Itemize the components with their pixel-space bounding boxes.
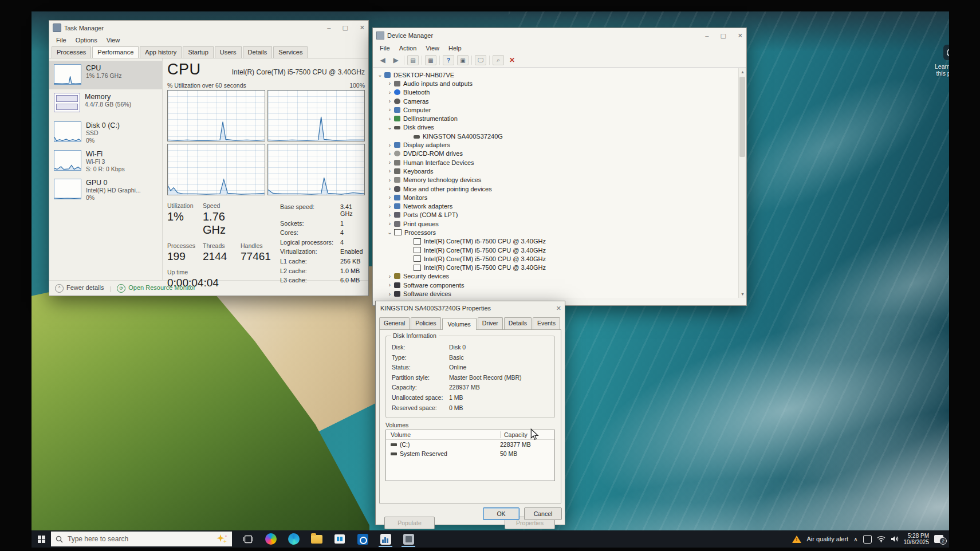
dialog-tab[interactable]: Volumes xyxy=(442,318,477,330)
scroll-up-icon[interactable]: ▲ xyxy=(739,68,746,76)
task-manager-titlebar[interactable]: Task Manager – ▢ ✕ xyxy=(49,21,368,35)
close-icon[interactable]: ✕ xyxy=(738,32,743,40)
minimize-icon[interactable]: – xyxy=(327,24,330,32)
close-icon[interactable]: ✕ xyxy=(556,305,561,312)
show-hidden-icons-chevron[interactable]: ∧ xyxy=(853,536,857,542)
back-icon[interactable]: ◀ xyxy=(377,56,388,65)
tree-chevron-icon[interactable]: › xyxy=(386,273,393,280)
copilot-button[interactable] xyxy=(259,530,282,548)
microsoft-store-button[interactable] xyxy=(328,530,351,548)
fewer-details-link[interactable]: ⌃Fewer details xyxy=(55,284,104,293)
sidebar-perf-item[interactable]: Wi-Fi Wi-Fi 3 S: 0 R: 0 Kbps xyxy=(49,147,162,175)
maximize-icon[interactable]: ▢ xyxy=(342,24,348,32)
learn-about-picture-widget[interactable]: Learn about this picture xyxy=(916,45,949,77)
sidebar-perf-item[interactable]: Memory 4.4/7.8 GB (56%) xyxy=(49,89,162,118)
populate-button[interactable]: Populate xyxy=(384,517,435,529)
tree-chevron-icon[interactable]: › xyxy=(386,177,393,183)
dialog-tab[interactable]: Details xyxy=(504,317,532,329)
device-tree-row[interactable]: Intel(R) Core(TM) i5-7500 CPU @ 3.40GHz xyxy=(373,246,746,254)
tree-chevron-icon[interactable]: › xyxy=(386,98,393,104)
update-driver-icon[interactable]: 🖵 xyxy=(475,55,486,65)
tree-chevron-icon[interactable]: ⌄ xyxy=(386,124,393,131)
menu-item[interactable]: File xyxy=(53,36,70,45)
close-icon[interactable]: ✕ xyxy=(360,24,365,32)
minimize-icon[interactable]: – xyxy=(705,32,709,40)
device-tree-row[interactable]: › Ports (COM & LPT) xyxy=(373,211,746,219)
scan-hardware-changes-icon[interactable]: ⌕ xyxy=(493,55,504,65)
device-tree-row[interactable]: › Audio inputs and outputs xyxy=(373,79,746,88)
tab[interactable]: Processes xyxy=(52,46,91,58)
tree-chevron-icon[interactable]: › xyxy=(386,221,393,227)
console-tree-icon[interactable]: ▤ xyxy=(407,55,419,65)
tree-chevron-icon[interactable]: › xyxy=(386,291,393,297)
dialog-tab[interactable]: General xyxy=(379,317,410,329)
task-view-button[interactable] xyxy=(237,530,259,548)
device-tree-row[interactable]: ⌄ Disk drives xyxy=(373,123,746,132)
scrollbar-thumb[interactable] xyxy=(739,77,745,157)
dialog-tab[interactable]: Policies xyxy=(411,317,440,329)
device-tree-row[interactable]: › Cameras xyxy=(373,97,746,105)
weather-alert-icon[interactable] xyxy=(792,536,801,543)
device-tree-row[interactable]: › DVD/CD-ROM drives xyxy=(373,149,746,158)
tree-chevron-icon[interactable]: › xyxy=(386,282,393,288)
device-tree-row[interactable]: ⌄ DESKTOP-NHB07VE xyxy=(373,70,746,79)
device-tree-row[interactable]: Intel(R) Core(TM) i5-7500 CPU @ 3.40GHz xyxy=(373,263,746,272)
tree-chevron-icon[interactable]: ⌄ xyxy=(386,229,393,235)
menu-item[interactable]: View xyxy=(103,36,124,45)
maximize-icon[interactable]: ▢ xyxy=(720,32,726,40)
volumes-table[interactable]: Volume Capacity (C:) 228377 MB System Re… xyxy=(385,430,555,481)
device-tree-row[interactable]: › Security devices xyxy=(373,272,746,281)
tree-chevron-icon[interactable]: › xyxy=(386,194,393,200)
search-box[interactable]: Type here to search xyxy=(51,532,232,546)
tab[interactable]: App history xyxy=(140,46,182,58)
tree-chevron-icon[interactable]: › xyxy=(386,186,393,192)
tree-chevron-icon[interactable]: › xyxy=(386,168,393,174)
device-manager-titlebar[interactable]: Device Manager – ▢ ✕ xyxy=(373,28,746,43)
volume-column-header[interactable]: Volume xyxy=(391,431,500,438)
device-tree-row[interactable]: › Memory technology devices xyxy=(373,176,746,184)
edge-button[interactable] xyxy=(282,530,305,548)
device-tree-row[interactable]: › Computer xyxy=(373,105,746,114)
device-tree-row[interactable]: › Human Interface Devices xyxy=(373,158,746,167)
export-list-icon[interactable]: ▦ xyxy=(425,55,436,65)
tree-chevron-icon[interactable]: › xyxy=(386,212,393,218)
tab[interactable]: Services xyxy=(273,46,308,58)
clock[interactable]: 5:28 PM 10/6/2025 xyxy=(904,533,930,546)
tree-chevron-icon[interactable]: › xyxy=(386,89,393,96)
volume-row[interactable]: System Reserved 50 MB xyxy=(386,449,554,458)
task-manager-taskbar-button[interactable] xyxy=(374,530,397,548)
dialog-titlebar[interactable]: KINGSTON SA400S37240G Properties ✕ xyxy=(376,301,565,315)
dialog-tab[interactable]: Events xyxy=(533,317,560,329)
sidebar-perf-item[interactable]: Disk 0 (C:) SSD 0% xyxy=(49,118,162,147)
wifi-icon[interactable] xyxy=(877,536,885,542)
menu-item[interactable]: View xyxy=(422,44,443,53)
forward-icon[interactable]: ▶ xyxy=(391,56,401,65)
device-tree-row[interactable]: KINGSTON SA400S37240G xyxy=(373,132,746,140)
device-tree-row[interactable]: › Monitors xyxy=(373,193,746,202)
picture-info-icon[interactable] xyxy=(943,45,950,60)
capacity-column-header[interactable]: Capacity xyxy=(500,431,554,438)
tree-chevron-icon[interactable]: › xyxy=(386,107,393,113)
device-tree-row[interactable]: › Bluetooth xyxy=(373,88,746,97)
start-button[interactable] xyxy=(32,530,51,548)
device-manager-taskbar-button[interactable] xyxy=(397,530,420,548)
tab[interactable]: Users xyxy=(215,46,242,58)
weather-alert-text[interactable]: Air quality alert xyxy=(806,536,848,542)
tab[interactable]: Startup xyxy=(183,46,213,58)
notification-center-icon[interactable]: 2 xyxy=(934,535,943,543)
properties-icon[interactable]: ▣ xyxy=(457,55,469,65)
cancel-button[interactable]: Cancel xyxy=(524,507,562,520)
device-tree-row[interactable]: Intel(R) Core(TM) i5-7500 CPU @ 3.40GHz xyxy=(373,237,746,246)
device-tree-row[interactable]: › Software devices xyxy=(373,289,746,298)
device-tray-icon[interactable] xyxy=(863,535,872,544)
tab[interactable]: Performance xyxy=(92,46,139,58)
device-tree-row[interactable]: Intel(R) Core(TM) i5-7500 CPU @ 3.40GHz xyxy=(373,254,746,263)
sidebar-perf-item[interactable]: CPU 1% 1.76 GHz xyxy=(49,61,162,89)
device-tree-row[interactable]: › Keyboards xyxy=(373,167,746,175)
tree-chevron-icon[interactable]: › xyxy=(386,80,393,86)
volume-row[interactable]: (C:) 228377 MB xyxy=(386,440,554,449)
device-tree-row[interactable]: › Mice and other pointing devices xyxy=(373,184,746,193)
menu-item[interactable]: Options xyxy=(72,36,101,45)
volume-speaker-icon[interactable] xyxy=(891,536,899,542)
tree-chevron-icon[interactable]: › xyxy=(386,142,393,148)
